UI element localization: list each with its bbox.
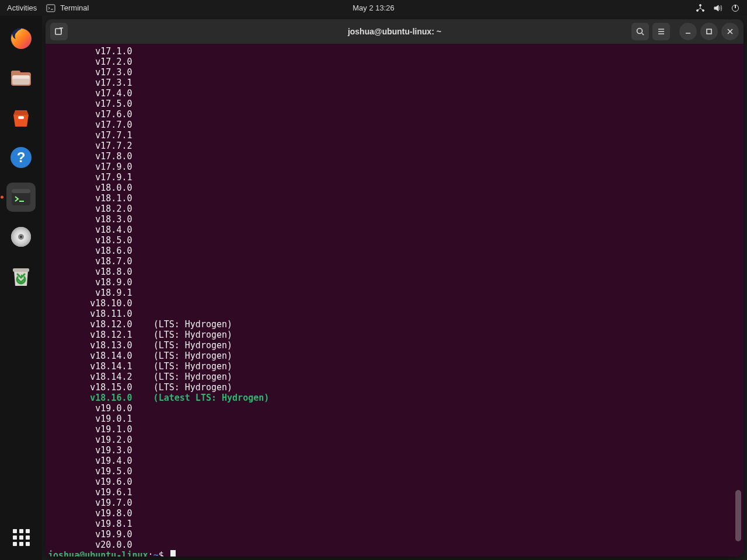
- menu-button[interactable]: [652, 23, 670, 40]
- svg-point-20: [20, 236, 22, 238]
- terminal-cursor: [170, 550, 176, 556]
- svg-text:?: ?: [17, 149, 26, 165]
- dock-software[interactable]: [6, 103, 36, 132]
- search-button[interactable]: [631, 23, 649, 40]
- network-icon[interactable]: [696, 4, 705, 13]
- terminal-output: v17.1.0 v17.2.0 v17.3.0 v17.3.1 v17.4.0 …: [48, 46, 741, 556]
- activities-button[interactable]: Activities: [7, 4, 37, 12]
- terminal-window: joshua@ubuntu-linux: ~ v17.1.0 v17.2.0: [46, 19, 743, 556]
- dock-trash[interactable]: [6, 262, 36, 291]
- show-applications-button[interactable]: [6, 523, 36, 552]
- dock-terminal[interactable]: [6, 183, 36, 212]
- volume-icon[interactable]: [713, 4, 722, 13]
- dock: ?: [0, 16, 42, 560]
- new-tab-button[interactable]: [50, 23, 68, 40]
- svg-rect-24: [55, 29, 61, 34]
- svg-rect-8: [11, 71, 20, 75]
- dock-disc[interactable]: [6, 222, 36, 251]
- terminal-scrollbar[interactable]: [735, 44, 741, 556]
- terminal-scroll-thumb[interactable]: [735, 490, 741, 541]
- power-icon[interactable]: [731, 4, 740, 13]
- top-bar: Activities Terminal May 2 13:26: [0, 0, 747, 16]
- svg-rect-11: [18, 116, 24, 119]
- dock-help[interactable]: ?: [6, 143, 36, 172]
- terminal-body[interactable]: v17.1.0 v17.2.0 v17.3.0 v17.3.1 v17.4.0 …: [46, 44, 743, 556]
- svg-rect-10: [12, 79, 30, 85]
- dock-files[interactable]: [6, 64, 36, 93]
- clock[interactable]: May 2 13:26: [352, 4, 395, 12]
- close-button[interactable]: [721, 23, 739, 40]
- top-app-name: Terminal: [60, 4, 89, 12]
- svg-point-27: [637, 29, 643, 34]
- terminal-title: joshua@ubuntu-linux: ~: [348, 27, 441, 36]
- dock-firefox[interactable]: [6, 24, 36, 53]
- svg-rect-21: [13, 268, 29, 272]
- svg-rect-15: [12, 189, 30, 193]
- svg-line-28: [642, 33, 644, 35]
- maximize-button[interactable]: [700, 23, 718, 40]
- minimize-button[interactable]: [679, 23, 697, 40]
- svg-rect-0: [47, 5, 55, 12]
- terminal-header: joshua@ubuntu-linux: ~: [46, 19, 743, 44]
- top-app-indicator[interactable]: Terminal: [46, 4, 89, 13]
- terminal-small-icon: [46, 4, 55, 13]
- svg-rect-33: [707, 29, 711, 34]
